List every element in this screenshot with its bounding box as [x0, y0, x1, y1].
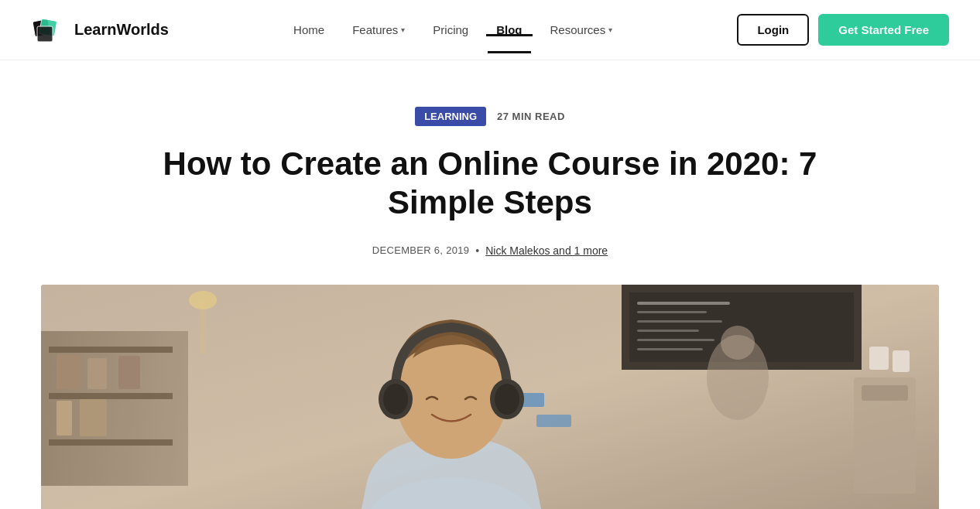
- article-date: DECEMBER 6, 2019: [372, 244, 469, 256]
- hero-image: [41, 285, 939, 509]
- nav-item-home: Home: [293, 23, 324, 36]
- nav-item-blog: Blog: [496, 23, 522, 36]
- article-meta: Learning 27 MIN READ: [415, 107, 565, 126]
- main-content: Learning 27 MIN READ How to Create an On…: [0, 60, 980, 509]
- svg-rect-2: [37, 26, 53, 42]
- article-read-time: 27 MIN READ: [497, 111, 565, 122]
- byline-separator: •: [475, 244, 479, 257]
- nav-link-features[interactable]: Features ▾: [352, 23, 405, 36]
- hero-scene-svg: [41, 285, 939, 509]
- nav-link-pricing[interactable]: Pricing: [433, 23, 468, 36]
- nav-links: Home Features ▾ Pricing Blog Resources ▾: [293, 23, 612, 36]
- get-started-button[interactable]: Get Started Free: [818, 14, 949, 46]
- chevron-down-icon: ▾: [401, 26, 405, 34]
- logo-icon: [31, 12, 67, 48]
- login-button[interactable]: Login: [737, 14, 809, 46]
- logo-text: LearnWorlds: [74, 21, 169, 39]
- article-byline: DECEMBER 6, 2019 • Nick Malekos and 1 mo…: [372, 244, 608, 257]
- nav-actions: Login Get Started Free: [737, 14, 949, 46]
- logo[interactable]: LearnWorlds: [31, 12, 169, 48]
- nav-item-resources: Resources ▾: [550, 23, 613, 36]
- article-author-link[interactable]: Nick Malekos and 1 more: [485, 244, 608, 257]
- nav-item-pricing: Pricing: [433, 23, 468, 36]
- article-title: How to Create an Online Course in 2020: …: [157, 145, 823, 223]
- nav-link-blog[interactable]: Blog: [496, 23, 522, 36]
- nav-link-resources[interactable]: Resources ▾: [550, 23, 613, 36]
- nav-link-home[interactable]: Home: [293, 23, 324, 36]
- chevron-down-icon: ▾: [608, 26, 612, 34]
- svg-rect-40: [41, 285, 939, 509]
- main-nav: LearnWorlds Home Features ▾ Pricing Blog…: [0, 0, 980, 60]
- nav-item-features: Features ▾: [352, 23, 405, 36]
- hero-image-bg: [41, 285, 939, 509]
- article-category-tag[interactable]: Learning: [415, 107, 486, 126]
